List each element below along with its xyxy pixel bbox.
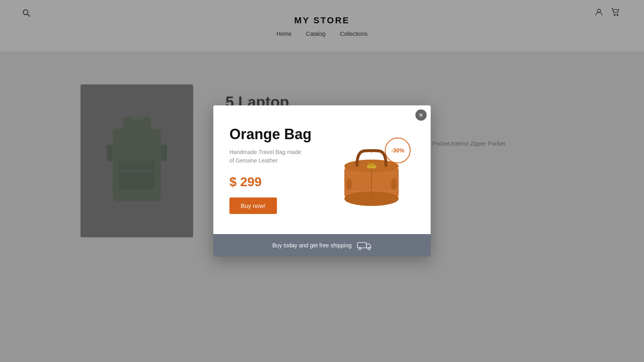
- truck-icon: [357, 241, 372, 250]
- footer-text: Buy today and get free shipping: [272, 242, 352, 249]
- svg-point-20: [391, 179, 396, 190]
- discount-badge: -30%: [385, 138, 411, 163]
- modal-right: -30%: [328, 134, 415, 206]
- svg-rect-18: [368, 163, 374, 166]
- modal-overlay: ✕ Orange Bag Handmade Travel Bag madeof …: [0, 0, 644, 362]
- svg-rect-21: [357, 243, 367, 248]
- modal: ✕ Orange Bag Handmade Travel Bag madeof …: [213, 105, 431, 257]
- modal-price: $ 299: [229, 175, 316, 189]
- modal-description: Handmade Travel Bag madeof Genuine Leath…: [229, 148, 316, 165]
- close-button[interactable]: ✕: [415, 109, 427, 121]
- modal-footer: Buy today and get free shipping: [213, 234, 431, 257]
- modal-content: Orange Bag Handmade Travel Bag madeof Ge…: [213, 105, 431, 234]
- buy-button[interactable]: Buy now!: [229, 197, 277, 214]
- modal-left: Orange Bag Handmade Travel Bag madeof Ge…: [229, 125, 316, 214]
- svg-point-19: [346, 179, 352, 190]
- modal-title: Orange Bag: [229, 125, 316, 143]
- close-icon: ✕: [419, 112, 423, 118]
